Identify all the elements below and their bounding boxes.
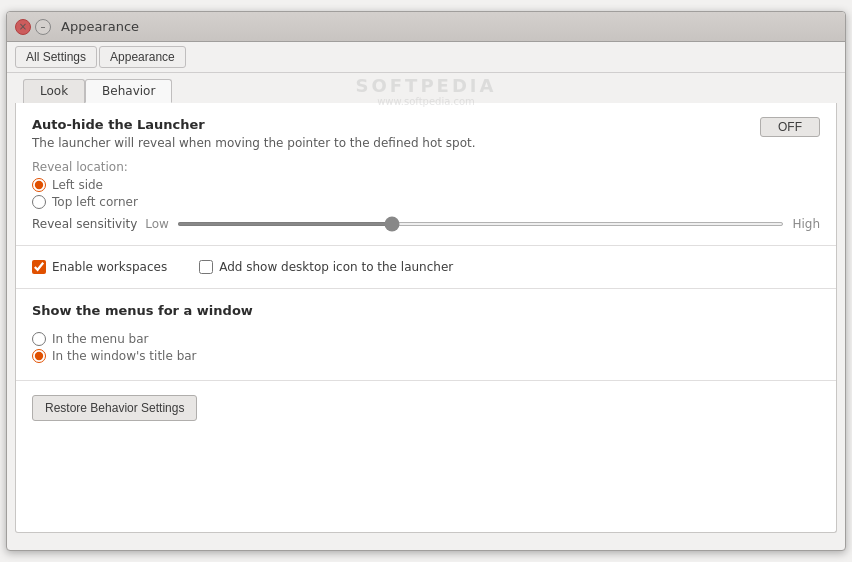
reveal-left-radio[interactable] (32, 178, 46, 192)
desktop-icon-option[interactable]: Add show desktop icon to the launcher (199, 260, 453, 274)
reveal-topleft-option[interactable]: Top left corner (32, 195, 820, 209)
appearance-button[interactable]: Appearance (99, 46, 186, 68)
menu-bar-option[interactable]: In the menu bar (32, 332, 820, 346)
autohide-toggle[interactable]: OFF (760, 117, 820, 137)
titlebar: × – Appearance (7, 12, 845, 42)
sensitivity-row: Reveal sensitivity Low High (32, 217, 820, 231)
sensitivity-label: Reveal sensitivity (32, 217, 137, 231)
autohide-section: Auto-hide the Launcher The launcher will… (16, 103, 836, 246)
reveal-topleft-radio[interactable] (32, 195, 46, 209)
window-menus-section: Show the menus for a window In the menu … (16, 289, 836, 381)
desktop-icon-label: Add show desktop icon to the launcher (219, 260, 453, 274)
tab-bar: Look Behavior (15, 73, 837, 103)
desktop-icon-checkbox[interactable] (199, 260, 213, 274)
enable-workspaces-label: Enable workspaces (52, 260, 167, 274)
autohide-title-group: Auto-hide the Launcher The launcher will… (32, 117, 476, 160)
sensitivity-slider[interactable] (177, 222, 784, 226)
workspaces-row: Enable workspaces Add show desktop icon … (32, 260, 820, 274)
close-button[interactable]: × (15, 19, 31, 35)
settings-panel: Auto-hide the Launcher The launcher will… (15, 103, 837, 533)
workspaces-section: Enable workspaces Add show desktop icon … (16, 246, 836, 289)
menu-bar-radio[interactable] (32, 332, 46, 346)
sensitivity-high-label: High (792, 217, 820, 231)
window-title: Appearance (61, 19, 139, 34)
close-icon: × (19, 21, 27, 32)
restore-button[interactable]: Restore Behavior Settings (32, 395, 197, 421)
window-controls: × – (15, 19, 51, 35)
restore-section: Restore Behavior Settings (16, 381, 836, 435)
sensitivity-low-label: Low (145, 217, 169, 231)
reveal-location-label: Reveal location: (32, 160, 820, 174)
all-settings-button[interactable]: All Settings (15, 46, 97, 68)
content-area: Auto-hide the Launcher The launcher will… (7, 103, 845, 550)
reveal-location-group: Reveal location: Left side Top left corn… (32, 160, 820, 209)
menubar: All Settings Appearance (7, 42, 845, 73)
autohide-header: Auto-hide the Launcher The launcher will… (32, 117, 820, 160)
minimize-button[interactable]: – (35, 19, 51, 35)
reveal-left-option[interactable]: Left side (32, 178, 820, 192)
reveal-topleft-label: Top left corner (52, 195, 138, 209)
autohide-title: Auto-hide the Launcher (32, 117, 476, 132)
app-window: × – Appearance All Settings Appearance S… (6, 11, 846, 551)
enable-workspaces-checkbox[interactable] (32, 260, 46, 274)
autohide-desc: The launcher will reveal when moving the… (32, 136, 476, 150)
enable-workspaces-option[interactable]: Enable workspaces (32, 260, 167, 274)
tab-behavior[interactable]: Behavior (85, 79, 172, 103)
title-bar-label: In the window's title bar (52, 349, 197, 363)
title-bar-radio[interactable] (32, 349, 46, 363)
tab-look[interactable]: Look (23, 79, 85, 103)
minimize-icon: – (41, 21, 46, 32)
reveal-left-label: Left side (52, 178, 103, 192)
menu-bar-label: In the menu bar (52, 332, 148, 346)
title-bar-option[interactable]: In the window's title bar (32, 349, 820, 363)
window-menus-title: Show the menus for a window (32, 303, 820, 318)
